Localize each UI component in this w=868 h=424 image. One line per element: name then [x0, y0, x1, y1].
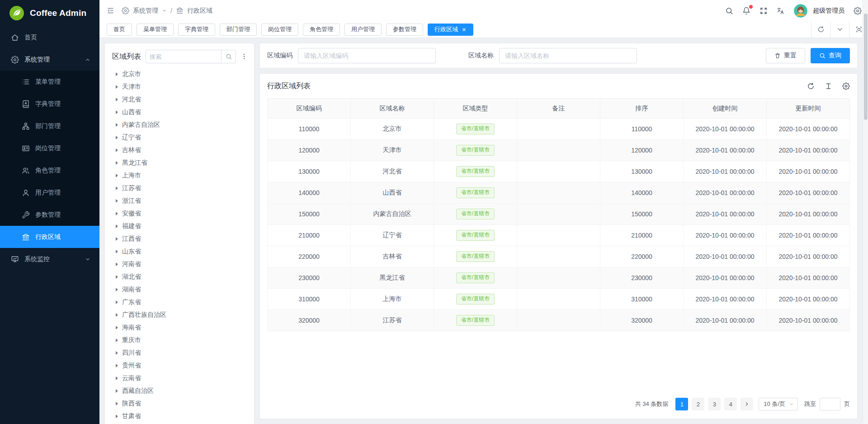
jump-page-input[interactable] — [820, 398, 840, 410]
caret-right-icon[interactable] — [116, 250, 118, 253]
tree-item[interactable]: 云南省 — [112, 372, 248, 385]
page-button-3[interactable]: 3 — [708, 398, 721, 410]
tab-administrative-region[interactable]: 行政区域 — [428, 24, 473, 36]
tree-item[interactable]: 福建省 — [112, 220, 248, 233]
tree-item[interactable]: 吉林省 — [112, 144, 248, 157]
caret-right-icon[interactable] — [116, 224, 118, 228]
page-button-4[interactable]: 4 — [724, 398, 737, 410]
caret-right-icon[interactable] — [116, 148, 118, 152]
tree-item[interactable]: 西藏自治区 — [112, 385, 248, 397]
sidebar-item-post-management[interactable]: 岗位管理 — [0, 137, 99, 159]
tree-item[interactable]: 重庆市 — [112, 334, 248, 347]
sidebar-item-department-management[interactable]: 部门管理 — [0, 115, 99, 137]
tab-menu-management[interactable]: 菜单管理 — [137, 24, 174, 36]
column-settings-gear-icon[interactable] — [842, 82, 850, 90]
caret-right-icon[interactable] — [116, 376, 118, 380]
page-button-1[interactable]: 1 — [675, 398, 688, 410]
tree-item[interactable]: 辽宁省 — [112, 131, 248, 144]
fullscreen-icon[interactable] — [760, 7, 768, 15]
sidebar-item-administrative-region[interactable]: 行政区域 — [0, 226, 99, 248]
refresh-icon[interactable] — [807, 82, 815, 90]
tree-item[interactable]: 四川省 — [112, 347, 248, 359]
caret-right-icon[interactable] — [116, 262, 118, 266]
tree-item[interactable]: 甘肃省 — [112, 410, 248, 423]
caret-right-icon[interactable] — [116, 414, 118, 418]
caret-right-icon[interactable] — [116, 326, 118, 329]
caret-right-icon[interactable] — [116, 199, 118, 203]
tree-item[interactable]: 浙江省 — [112, 195, 248, 207]
tree-item[interactable]: 安徽省 — [112, 207, 248, 220]
caret-right-icon[interactable] — [116, 212, 118, 215]
caret-right-icon[interactable] — [116, 98, 118, 101]
caret-right-icon[interactable] — [116, 275, 118, 279]
caret-right-icon[interactable] — [116, 300, 118, 304]
tab-post-management[interactable]: 岗位管理 — [261, 24, 298, 36]
tree-item[interactable]: 湖南省 — [112, 283, 248, 296]
tree-item[interactable]: 山东省 — [112, 245, 248, 258]
sidebar-item-user-management[interactable]: 用户管理 — [0, 181, 99, 204]
tree-item[interactable]: 河南省 — [112, 258, 248, 271]
caret-right-icon[interactable] — [116, 288, 118, 291]
tab-department-management[interactable]: 部门管理 — [220, 24, 257, 36]
tab-dictionary-management[interactable]: 字典管理 — [178, 24, 215, 36]
tree-item[interactable]: 河北省 — [112, 93, 248, 106]
tree-item[interactable]: 广西壮族自治区 — [112, 309, 248, 321]
caret-right-icon[interactable] — [116, 338, 118, 342]
search-button[interactable]: 查询 — [811, 48, 850, 63]
sidebar-item-menu-management[interactable]: 菜单管理 — [0, 71, 99, 93]
tab-home[interactable]: 首页 — [107, 24, 132, 36]
tree-item[interactable]: 贵州省 — [112, 359, 248, 372]
search-icon[interactable] — [725, 7, 733, 15]
scrollbar-thumb[interactable] — [864, 14, 868, 120]
tab-role-management[interactable]: 角色管理 — [303, 24, 340, 36]
tab-user-management[interactable]: 用户管理 — [344, 24, 382, 36]
caret-right-icon[interactable] — [116, 186, 118, 190]
caret-right-icon[interactable] — [116, 313, 118, 317]
caret-right-icon[interactable] — [116, 402, 118, 405]
tree-item[interactable]: 江西省 — [112, 233, 248, 245]
next-page-button[interactable] — [741, 398, 753, 410]
close-icon[interactable] — [462, 27, 467, 32]
caret-right-icon[interactable] — [116, 110, 118, 114]
tab-parameter-management[interactable]: 参数管理 — [386, 24, 423, 36]
page-size-select[interactable]: 10 条/页 — [759, 398, 798, 410]
menu-fold-icon[interactable] — [107, 7, 114, 14]
sidebar-item-dictionary-management[interactable]: 字典管理 — [0, 93, 99, 115]
caret-right-icon[interactable] — [116, 351, 118, 355]
caret-right-icon[interactable] — [116, 123, 118, 127]
notification-bell-icon[interactable] — [742, 7, 750, 15]
sidebar-item-parameter-management[interactable]: 参数管理 — [0, 204, 99, 226]
region-code-input[interactable] — [298, 48, 436, 63]
caret-right-icon[interactable] — [116, 85, 118, 89]
tree-item[interactable]: 山西省 — [112, 106, 248, 119]
page-button-2[interactable]: 2 — [692, 398, 704, 410]
refresh-icon[interactable] — [811, 21, 830, 38]
caret-right-icon[interactable] — [116, 136, 118, 139]
tree-item[interactable]: 江苏省 — [112, 182, 248, 195]
caret-right-icon[interactable] — [116, 237, 118, 241]
breadcrumb-menu[interactable]: 系统管理 — [133, 7, 158, 15]
reset-button[interactable]: 重置 — [766, 48, 805, 63]
search-icon[interactable] — [221, 50, 236, 63]
row-density-icon[interactable] — [825, 82, 832, 90]
user-avatar[interactable] — [794, 4, 807, 18]
chevron-down-icon[interactable] — [830, 21, 849, 38]
sidebar-item-system-monitor[interactable]: 系统监控 — [0, 248, 99, 270]
more-vertical-icon[interactable] — [241, 52, 248, 61]
translate-icon[interactable] — [777, 7, 785, 15]
tree-item[interactable]: 北京市 — [112, 68, 248, 81]
tree-item[interactable]: 湖北省 — [112, 271, 248, 283]
tree-search-input[interactable] — [146, 50, 221, 63]
tree-item[interactable]: 内蒙古自治区 — [112, 119, 248, 131]
sidebar-item-home[interactable]: 首页 — [0, 26, 99, 48]
tree-item[interactable]: 广东省 — [112, 296, 248, 309]
tree-item[interactable]: 天津市 — [112, 81, 248, 93]
caret-right-icon[interactable] — [116, 389, 118, 393]
caret-right-icon[interactable] — [116, 72, 118, 76]
tree-item[interactable]: 黑龙江省 — [112, 157, 248, 169]
tree-item[interactable]: 上海市 — [112, 169, 248, 182]
caret-right-icon[interactable] — [116, 364, 118, 367]
user-name[interactable]: 超级管理员 — [813, 7, 844, 15]
caret-right-icon[interactable] — [116, 174, 118, 177]
caret-right-icon[interactable] — [116, 161, 118, 165]
